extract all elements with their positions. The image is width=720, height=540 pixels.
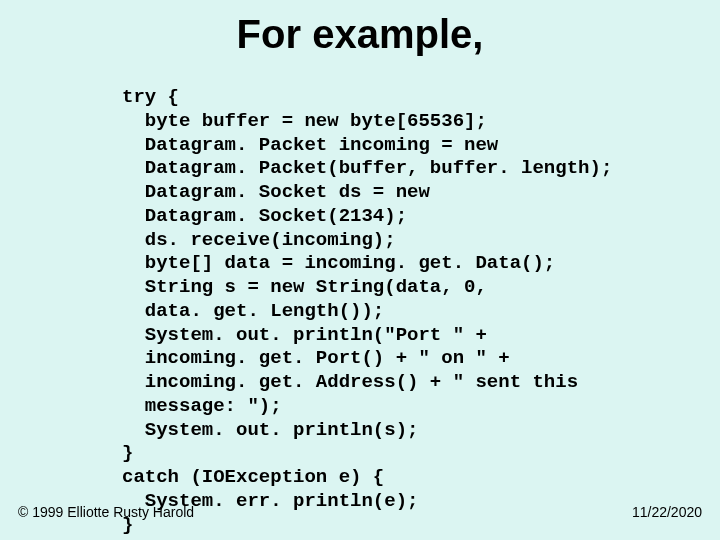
code-block: try { byte buffer = new byte[65536]; Dat… <box>122 86 612 537</box>
date-footer: 11/22/2020 <box>632 504 702 520</box>
slide: For example, try { byte buffer = new byt… <box>0 0 720 540</box>
slide-title: For example, <box>0 0 720 57</box>
copyright-footer: © 1999 Elliotte Rusty Harold <box>18 504 194 520</box>
